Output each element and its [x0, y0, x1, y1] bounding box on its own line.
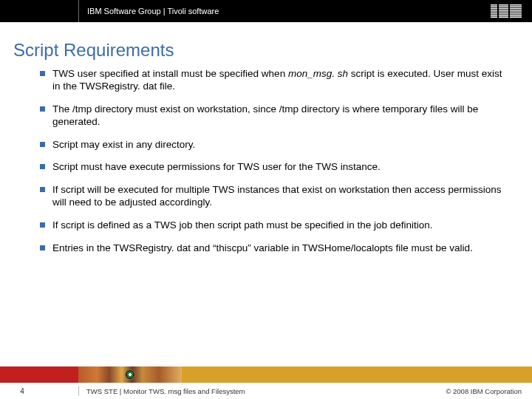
footer-lower: 4 TWS STE | Monitor TWS. msg files and F…: [0, 383, 532, 399]
bullet-text: If script will be executed for multiple …: [52, 184, 507, 209]
bullet-icon: [40, 187, 45, 192]
bullet-text-pre: The /tmp directory must exist on worksta…: [52, 103, 478, 127]
copyright: © 2008 IBM Corporation: [446, 387, 522, 395]
bullet-icon: [40, 164, 45, 169]
band-image: [78, 366, 182, 383]
bullet-icon: [40, 142, 45, 147]
bullet-text-pre: Script must have execute permissions for…: [52, 161, 381, 172]
svg-rect-3: [491, 10, 522, 10]
ibm-logo-icon: [491, 4, 522, 18]
header-text: IBM Software Group | Tivoli software: [87, 7, 219, 16]
list-item: TWS user specified at install must be sp…: [40, 68, 507, 93]
bullet-text: Script may exist in any directory.: [52, 139, 507, 151]
svg-rect-9: [508, 4, 510, 18]
bullet-text: The /tmp directory must exist on worksta…: [52, 103, 507, 129]
bullet-text-ital: mon_msg. sh: [288, 68, 351, 79]
svg-rect-5: [491, 13, 522, 14]
footer-color-band: [0, 366, 532, 383]
svg-rect-7: [491, 17, 522, 18]
bullet-text: Script must have execute permissions for…: [52, 161, 507, 174]
list-item: If script is defined as a TWS job then s…: [40, 219, 507, 232]
list-item: If script will be executed for multiple …: [40, 184, 507, 209]
bullet-text-pre: Script may exist in any directory.: [52, 139, 195, 150]
list-item: Script may exist in any directory.: [40, 139, 507, 151]
footer-divider: [78, 386, 79, 396]
svg-rect-8: [497, 4, 499, 18]
bullet-text-pre: If script will be executed for multiple …: [52, 184, 502, 208]
svg-rect-2: [491, 8, 522, 9]
list-item: Script must have execute permissions for…: [40, 161, 507, 174]
svg-rect-1: [491, 6, 522, 7]
bullet-text: If script is defined as a TWS job then s…: [52, 219, 507, 232]
band-red: [0, 366, 78, 383]
bullet-icon: [40, 222, 45, 228]
bullet-list: TWS user specified at install must be sp…: [40, 68, 507, 255]
bullet-icon: [40, 106, 45, 112]
header-divider: [78, 0, 79, 22]
bullet-text-pre: TWS user specified at install must be sp…: [52, 68, 288, 79]
header-product: Tivoli software: [167, 7, 219, 16]
bullet-icon: [40, 71, 45, 76]
eye-icon: [125, 369, 135, 380]
header-group: IBM Software Group: [87, 7, 161, 16]
svg-rect-6: [491, 15, 522, 16]
page-title: Script Requirements: [13, 40, 532, 61]
slide-number: 4: [0, 387, 44, 395]
bullet-text-pre: If script is defined as a TWS job then s…: [52, 219, 433, 231]
footer-line: TWS STE | Monitor TWS. msg files and Fil…: [86, 387, 245, 395]
bullet-icon: [40, 245, 45, 250]
bullet-text: Entries in the TWSRegistry. dat and “thi…: [52, 242, 507, 255]
svg-rect-4: [491, 12, 522, 13]
bullet-text: TWS user specified at install must be sp…: [52, 68, 507, 93]
band-gold: [182, 366, 532, 383]
svg-rect-0: [491, 4, 522, 5]
bullet-text-pre: Entries in the TWSRegistry. dat and “thi…: [52, 242, 473, 253]
list-item: The /tmp directory must exist on worksta…: [40, 103, 507, 129]
list-item: Entries in the TWSRegistry. dat and “thi…: [40, 242, 507, 255]
header-bar: IBM Software Group | Tivoli software: [0, 0, 532, 22]
